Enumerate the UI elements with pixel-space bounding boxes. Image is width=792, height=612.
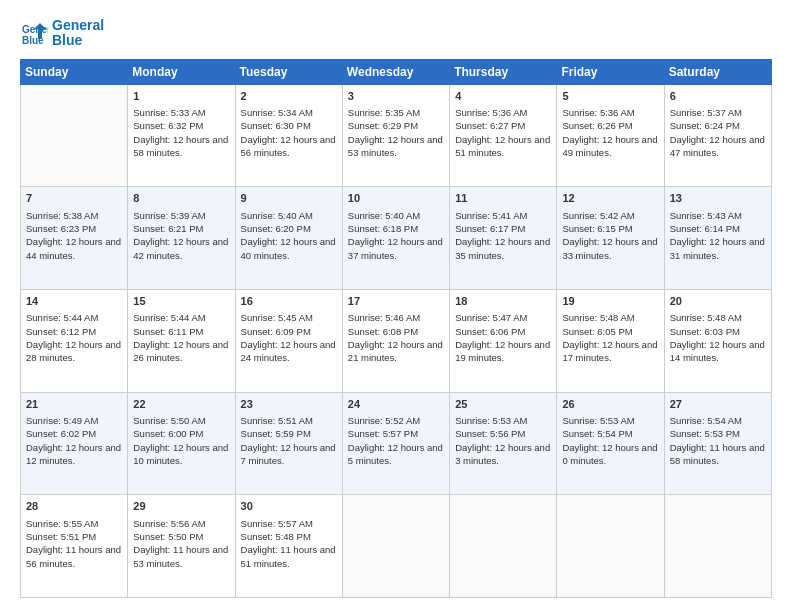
sunset-text: Sunset: 5:59 PM — [241, 427, 337, 440]
day-number: 2 — [241, 89, 337, 104]
day-number: 4 — [455, 89, 551, 104]
table-row: 25Sunrise: 5:53 AMSunset: 5:56 PMDayligh… — [450, 392, 557, 495]
sunrise-text: Sunrise: 5:41 AM — [455, 209, 551, 222]
daylight-text: Daylight: 12 hours and 53 minutes. — [348, 133, 444, 160]
day-number: 20 — [670, 294, 766, 309]
sunrise-text: Sunrise: 5:36 AM — [562, 106, 658, 119]
calendar-week-row: 14Sunrise: 5:44 AMSunset: 6:12 PMDayligh… — [21, 290, 772, 393]
day-number: 15 — [133, 294, 229, 309]
sunrise-text: Sunrise: 5:37 AM — [670, 106, 766, 119]
table-row: 28Sunrise: 5:55 AMSunset: 5:51 PMDayligh… — [21, 495, 128, 598]
sunrise-text: Sunrise: 5:45 AM — [241, 311, 337, 324]
sunset-text: Sunset: 5:48 PM — [241, 530, 337, 543]
sunset-text: Sunset: 6:09 PM — [241, 325, 337, 338]
sunset-text: Sunset: 5:54 PM — [562, 427, 658, 440]
sunrise-text: Sunrise: 5:46 AM — [348, 311, 444, 324]
daylight-text: Daylight: 12 hours and 42 minutes. — [133, 235, 229, 262]
table-row: 29Sunrise: 5:56 AMSunset: 5:50 PMDayligh… — [128, 495, 235, 598]
day-number: 6 — [670, 89, 766, 104]
table-row: 15Sunrise: 5:44 AMSunset: 6:11 PMDayligh… — [128, 290, 235, 393]
sunrise-text: Sunrise: 5:56 AM — [133, 517, 229, 530]
table-row: 5Sunrise: 5:36 AMSunset: 6:26 PMDaylight… — [557, 84, 664, 187]
sunset-text: Sunset: 6:27 PM — [455, 119, 551, 132]
daylight-text: Daylight: 12 hours and 10 minutes. — [133, 441, 229, 468]
day-number: 17 — [348, 294, 444, 309]
sunrise-text: Sunrise: 5:40 AM — [241, 209, 337, 222]
table-row — [450, 495, 557, 598]
sunset-text: Sunset: 6:30 PM — [241, 119, 337, 132]
sunrise-text: Sunrise: 5:51 AM — [241, 414, 337, 427]
sunset-text: Sunset: 6:11 PM — [133, 325, 229, 338]
calendar-table: Sunday Monday Tuesday Wednesday Thursday… — [20, 59, 772, 598]
calendar-week-row: 28Sunrise: 5:55 AMSunset: 5:51 PMDayligh… — [21, 495, 772, 598]
calendar-header-row: Sunday Monday Tuesday Wednesday Thursday… — [21, 59, 772, 84]
sunrise-text: Sunrise: 5:36 AM — [455, 106, 551, 119]
table-row: 12Sunrise: 5:42 AMSunset: 6:15 PMDayligh… — [557, 187, 664, 290]
sunset-text: Sunset: 6:20 PM — [241, 222, 337, 235]
table-row: 7Sunrise: 5:38 AMSunset: 6:23 PMDaylight… — [21, 187, 128, 290]
table-row — [664, 495, 771, 598]
svg-text:General: General — [22, 24, 48, 35]
daylight-text: Daylight: 12 hours and 7 minutes. — [241, 441, 337, 468]
day-number: 22 — [133, 397, 229, 412]
sunrise-text: Sunrise: 5:43 AM — [670, 209, 766, 222]
day-number: 13 — [670, 191, 766, 206]
day-number: 27 — [670, 397, 766, 412]
sunrise-text: Sunrise: 5:47 AM — [455, 311, 551, 324]
sunset-text: Sunset: 6:18 PM — [348, 222, 444, 235]
sunrise-text: Sunrise: 5:39 AM — [133, 209, 229, 222]
sunrise-text: Sunrise: 5:48 AM — [670, 311, 766, 324]
sunset-text: Sunset: 6:05 PM — [562, 325, 658, 338]
sunset-text: Sunset: 6:29 PM — [348, 119, 444, 132]
sunrise-text: Sunrise: 5:55 AM — [26, 517, 122, 530]
day-number: 21 — [26, 397, 122, 412]
sunrise-text: Sunrise: 5:48 AM — [562, 311, 658, 324]
daylight-text: Daylight: 11 hours and 58 minutes. — [670, 441, 766, 468]
sunset-text: Sunset: 6:03 PM — [670, 325, 766, 338]
day-number: 11 — [455, 191, 551, 206]
day-number: 14 — [26, 294, 122, 309]
table-row: 24Sunrise: 5:52 AMSunset: 5:57 PMDayligh… — [342, 392, 449, 495]
table-row: 13Sunrise: 5:43 AMSunset: 6:14 PMDayligh… — [664, 187, 771, 290]
table-row — [342, 495, 449, 598]
table-row: 9Sunrise: 5:40 AMSunset: 6:20 PMDaylight… — [235, 187, 342, 290]
col-saturday: Saturday — [664, 59, 771, 84]
daylight-text: Daylight: 12 hours and 37 minutes. — [348, 235, 444, 262]
col-sunday: Sunday — [21, 59, 128, 84]
daylight-text: Daylight: 12 hours and 28 minutes. — [26, 338, 122, 365]
day-number: 10 — [348, 191, 444, 206]
table-row — [21, 84, 128, 187]
calendar-week-row: 7Sunrise: 5:38 AMSunset: 6:23 PMDaylight… — [21, 187, 772, 290]
table-row: 18Sunrise: 5:47 AMSunset: 6:06 PMDayligh… — [450, 290, 557, 393]
day-number: 23 — [241, 397, 337, 412]
day-number: 12 — [562, 191, 658, 206]
sunrise-text: Sunrise: 5:44 AM — [133, 311, 229, 324]
sunrise-text: Sunrise: 5:52 AM — [348, 414, 444, 427]
table-row — [557, 495, 664, 598]
col-monday: Monday — [128, 59, 235, 84]
sunrise-text: Sunrise: 5:35 AM — [348, 106, 444, 119]
sunrise-text: Sunrise: 5:38 AM — [26, 209, 122, 222]
table-row: 2Sunrise: 5:34 AMSunset: 6:30 PMDaylight… — [235, 84, 342, 187]
col-thursday: Thursday — [450, 59, 557, 84]
daylight-text: Daylight: 11 hours and 51 minutes. — [241, 543, 337, 570]
daylight-text: Daylight: 12 hours and 49 minutes. — [562, 133, 658, 160]
table-row: 10Sunrise: 5:40 AMSunset: 6:18 PMDayligh… — [342, 187, 449, 290]
daylight-text: Daylight: 12 hours and 33 minutes. — [562, 235, 658, 262]
sunrise-text: Sunrise: 5:54 AM — [670, 414, 766, 427]
day-number: 16 — [241, 294, 337, 309]
day-number: 19 — [562, 294, 658, 309]
day-number: 1 — [133, 89, 229, 104]
sunrise-text: Sunrise: 5:53 AM — [455, 414, 551, 427]
daylight-text: Daylight: 12 hours and 31 minutes. — [670, 235, 766, 262]
daylight-text: Daylight: 12 hours and 14 minutes. — [670, 338, 766, 365]
table-row: 27Sunrise: 5:54 AMSunset: 5:53 PMDayligh… — [664, 392, 771, 495]
table-row: 4Sunrise: 5:36 AMSunset: 6:27 PMDaylight… — [450, 84, 557, 187]
col-wednesday: Wednesday — [342, 59, 449, 84]
calendar-week-row: 21Sunrise: 5:49 AMSunset: 6:02 PMDayligh… — [21, 392, 772, 495]
sunset-text: Sunset: 5:56 PM — [455, 427, 551, 440]
day-number: 25 — [455, 397, 551, 412]
sunrise-text: Sunrise: 5:42 AM — [562, 209, 658, 222]
daylight-text: Daylight: 12 hours and 19 minutes. — [455, 338, 551, 365]
daylight-text: Daylight: 12 hours and 51 minutes. — [455, 133, 551, 160]
